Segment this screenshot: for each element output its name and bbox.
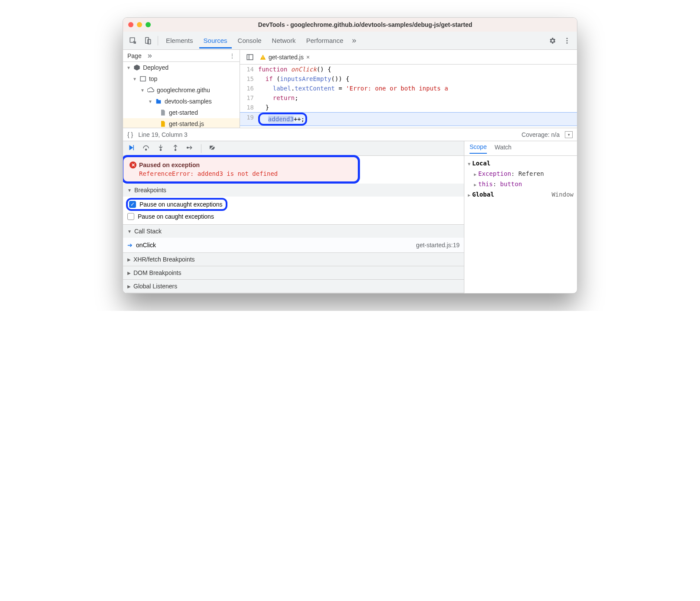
format-icon[interactable]: { } bbox=[127, 131, 133, 138]
sidebar-header: Page » ⋮ bbox=[123, 50, 240, 62]
code-editor[interactable]: 14function onClick() {15 if (inputsAreEm… bbox=[240, 65, 577, 128]
step-out-icon[interactable] bbox=[172, 144, 179, 153]
resume-icon[interactable] bbox=[127, 144, 135, 153]
code-line[interactable]: 20 throw "whoops"; bbox=[240, 126, 577, 128]
minimize-window-button[interactable] bbox=[137, 22, 142, 27]
section-header-callstack[interactable]: ▼Call Stack bbox=[123, 225, 464, 238]
code-line[interactable]: 14function onClick() { bbox=[240, 65, 577, 74]
step-icon[interactable] bbox=[186, 144, 194, 153]
code-line[interactable]: 19 addend3++; bbox=[240, 112, 577, 126]
scope-exception[interactable]: ▶Exception: Referen bbox=[468, 169, 574, 179]
svg-rect-9 bbox=[262, 56, 263, 58]
svg-point-12 bbox=[146, 149, 147, 150]
svg-rect-11 bbox=[133, 145, 134, 150]
svg-rect-7 bbox=[247, 55, 253, 60]
svg-point-14 bbox=[160, 149, 162, 150]
toggle-sidebar-icon[interactable] bbox=[243, 51, 256, 64]
svg-rect-10 bbox=[262, 58, 263, 58]
editor-panel: get-started.js × 14function onClick() {1… bbox=[240, 50, 577, 128]
device-toolbar-icon[interactable] bbox=[141, 34, 154, 47]
tree-node-domain[interactable]: ▼googlechrome.githu bbox=[123, 84, 240, 96]
tree-node-folder[interactable]: ▼devtools-samples bbox=[123, 96, 240, 107]
section-xhr: ▶XHR/fetch Breakpoints bbox=[123, 253, 464, 266]
editor-statusline: { } Line 19, Column 3 Coverage: n/a ▾ bbox=[123, 128, 577, 141]
page-panel-label[interactable]: Page bbox=[127, 52, 142, 59]
sidebar-panel: Page » ⋮ ▼Deployed ▼top ▼googlechrome.gi… bbox=[123, 50, 240, 128]
tree-node-file-html[interactable]: get-started bbox=[123, 107, 240, 118]
svg-point-18 bbox=[187, 147, 188, 148]
debugger-row: ✕ Paused on exception ReferenceError: ad… bbox=[123, 141, 577, 293]
scope-watch-tabs: Scope Watch bbox=[464, 141, 577, 156]
pause-uncaught-checkbox[interactable]: ✓ bbox=[129, 201, 136, 208]
deactivate-breakpoints-icon[interactable] bbox=[208, 144, 216, 153]
separator bbox=[201, 144, 201, 153]
panel-overflow-icon[interactable]: » bbox=[145, 51, 155, 60]
settings-gear-icon[interactable] bbox=[546, 34, 559, 47]
tree-node-top[interactable]: ▼top bbox=[123, 73, 240, 84]
pause-uncaught-row[interactable]: ✓ Pause on uncaught exceptions bbox=[127, 198, 460, 210]
body-row: Page » ⋮ ▼Deployed ▼top ▼googlechrome.gi… bbox=[123, 50, 577, 128]
section-callstack: ▼Call Stack ➔ onClick get-started.js:19 bbox=[123, 225, 464, 253]
editor-tabstrip: get-started.js × bbox=[240, 50, 577, 65]
traffic-lights bbox=[128, 22, 151, 27]
section-global: ▶Global Listeners bbox=[123, 280, 464, 293]
tree-node-file-js[interactable]: get-started.js bbox=[123, 118, 240, 128]
svg-rect-6 bbox=[140, 77, 146, 81]
tab-network[interactable]: Network bbox=[268, 32, 300, 48]
kebab-menu-icon[interactable] bbox=[561, 34, 574, 47]
tab-performance[interactable]: Performance bbox=[302, 32, 348, 48]
section-header-global[interactable]: ▶Global Listeners bbox=[123, 280, 464, 293]
current-frame-arrow-icon: ➔ bbox=[127, 242, 133, 249]
tree-node-deployed[interactable]: ▼Deployed bbox=[123, 62, 240, 73]
window-title: DevTools - googlechrome.github.io/devtoo… bbox=[159, 21, 572, 28]
tab-sources[interactable]: Sources bbox=[199, 32, 232, 48]
section-header-dom[interactable]: ▶DOM Breakpoints bbox=[123, 266, 464, 279]
code-line[interactable]: 15 if (inputsAreEmpty()) { bbox=[240, 74, 577, 84]
tab-scope[interactable]: Scope bbox=[470, 143, 487, 154]
step-over-icon[interactable] bbox=[142, 144, 150, 153]
panel-menu-icon[interactable]: ⋮ bbox=[229, 52, 235, 59]
section-header-breakpoints[interactable]: ▼Breakpoints bbox=[123, 184, 464, 197]
scope-this[interactable]: ▶this: button bbox=[468, 179, 574, 190]
editor-tab-label: get-started.js bbox=[269, 54, 304, 61]
warning-icon bbox=[260, 54, 266, 60]
file-tree: ▼Deployed ▼top ▼googlechrome.githu ▼devt… bbox=[123, 62, 240, 128]
svg-point-4 bbox=[567, 40, 568, 41]
close-tab-icon[interactable]: × bbox=[306, 54, 310, 61]
paused-message-box: ✕ Paused on exception ReferenceError: ad… bbox=[123, 155, 360, 184]
debugger-right: Scope Watch ▼Local ▶Exception: Referen ▶… bbox=[464, 141, 577, 293]
inspect-element-icon[interactable] bbox=[126, 34, 139, 47]
pause-caught-row[interactable]: Pause on caught exceptions bbox=[127, 210, 460, 223]
statusline-dropdown-icon[interactable]: ▾ bbox=[565, 131, 573, 138]
debugger-left: ✕ Paused on exception ReferenceError: ad… bbox=[123, 141, 464, 293]
section-breakpoints: ▼Breakpoints ✓ Pause on uncaught excepti… bbox=[123, 184, 464, 225]
scope-tree: ▼Local ▶Exception: Referen ▶this: button… bbox=[464, 156, 577, 203]
callstack-frame[interactable]: ➔ onClick get-started.js:19 bbox=[123, 238, 464, 252]
code-line[interactable]: 18 } bbox=[240, 103, 577, 112]
svg-point-16 bbox=[175, 149, 176, 150]
step-into-icon[interactable] bbox=[157, 144, 165, 153]
scope-global[interactable]: ▶GlobalWindow bbox=[468, 190, 574, 200]
main-toolbar: Elements Sources Console Network Perform… bbox=[123, 32, 577, 50]
titlebar: DevTools - googlechrome.github.io/devtoo… bbox=[123, 18, 577, 32]
section-header-xhr[interactable]: ▶XHR/fetch Breakpoints bbox=[123, 253, 464, 266]
separator bbox=[158, 36, 158, 45]
tab-console[interactable]: Console bbox=[233, 32, 266, 48]
paused-error-text: ReferenceError: addend3 is not defined bbox=[130, 168, 352, 177]
paused-title: ✕ Paused on exception bbox=[130, 162, 352, 168]
coverage-label: Coverage: n/a bbox=[522, 131, 560, 138]
tab-elements[interactable]: Elements bbox=[162, 32, 198, 48]
zoom-window-button[interactable] bbox=[146, 22, 151, 27]
error-badge-icon: ✕ bbox=[130, 162, 136, 168]
pause-caught-checkbox[interactable] bbox=[127, 213, 134, 220]
editor-tab[interactable]: get-started.js × bbox=[260, 54, 310, 61]
tab-watch[interactable]: Watch bbox=[495, 144, 512, 153]
tabs-overflow-icon[interactable]: » bbox=[350, 36, 359, 45]
code-line[interactable]: 17 return; bbox=[240, 93, 577, 103]
cursor-position: Line 19, Column 3 bbox=[138, 131, 188, 138]
devtools-window: DevTools - googlechrome.github.io/devtoo… bbox=[123, 17, 577, 294]
close-window-button[interactable] bbox=[128, 22, 133, 27]
svg-point-5 bbox=[567, 42, 568, 43]
scope-local[interactable]: ▼Local bbox=[468, 158, 574, 169]
code-line[interactable]: 16 label.textContent = 'Error: one or bo… bbox=[240, 84, 577, 93]
